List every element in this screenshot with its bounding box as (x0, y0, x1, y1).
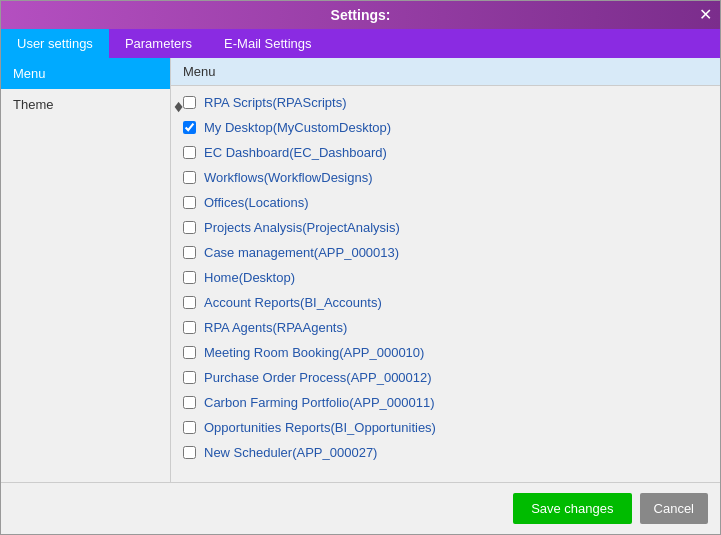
menu-item-label: Account Reports(BI_Accounts) (204, 295, 382, 310)
menu-item-label: RPA Scripts(RPAScripts) (204, 95, 347, 110)
menu-item-checkbox[interactable] (183, 321, 196, 334)
menu-item-checkbox[interactable] (183, 446, 196, 459)
list-item[interactable]: New Scheduler(APP_000027) (171, 440, 720, 465)
list-item[interactable]: Case management(APP_000013) (171, 240, 720, 265)
list-item[interactable]: Home(Desktop) (171, 265, 720, 290)
list-item[interactable]: Account Reports(BI_Accounts) (171, 290, 720, 315)
menu-item-label: New Scheduler(APP_000027) (204, 445, 377, 460)
cancel-button[interactable]: Cancel (640, 493, 708, 524)
title-bar: Settings: ✕ (1, 1, 720, 29)
list-item[interactable]: My Desktop(MyCustomDesktop) (171, 115, 720, 140)
menu-item-label: Meeting Room Booking(APP_000010) (204, 345, 424, 360)
menu-item-checkbox[interactable] (183, 121, 196, 134)
menu-item-checkbox[interactable] (183, 246, 196, 259)
menu-item-checkbox[interactable] (183, 296, 196, 309)
menu-item-label: Projects Analysis(ProjectAnalysis) (204, 220, 400, 235)
list-item[interactable]: Purchase Order Process(APP_000012) (171, 365, 720, 390)
list-item[interactable]: EC Dashboard(EC_Dashboard) (171, 140, 720, 165)
menu-item-checkbox[interactable] (183, 396, 196, 409)
tab-parameters[interactable]: Parameters (109, 29, 208, 58)
close-button[interactable]: ✕ (699, 7, 712, 23)
list-item[interactable]: RPA Agents(RPAAgents) (171, 315, 720, 340)
sidebar: Menu Theme ⬧ (1, 58, 171, 482)
menu-item-label: Home(Desktop) (204, 270, 295, 285)
menu-item-checkbox[interactable] (183, 421, 196, 434)
menu-section-header: Menu (171, 58, 720, 86)
menu-item-checkbox[interactable] (183, 346, 196, 359)
dialog-title: Settings: (331, 7, 391, 23)
save-changes-button[interactable]: Save changes (513, 493, 631, 524)
sidebar-item-menu[interactable]: Menu (1, 58, 170, 89)
list-item[interactable]: Workflows(WorkflowDesigns) (171, 165, 720, 190)
list-item[interactable]: Opportunities Reports(BI_Opportunities) (171, 415, 720, 440)
main-panel: Menu RPA Scripts(RPAScripts)My Desktop(M… (171, 58, 720, 482)
menu-item-label: Offices(Locations) (204, 195, 309, 210)
menu-item-checkbox[interactable] (183, 271, 196, 284)
list-item[interactable]: Meeting Room Booking(APP_000010) (171, 340, 720, 365)
menu-item-checkbox[interactable] (183, 221, 196, 234)
menu-item-label: My Desktop(MyCustomDesktop) (204, 120, 391, 135)
settings-dialog: Settings: ✕ User settings Parameters E-M… (0, 0, 721, 535)
menu-item-label: Opportunities Reports(BI_Opportunities) (204, 420, 436, 435)
sidebar-item-theme[interactable]: Theme ⬧ (1, 89, 170, 120)
list-item[interactable]: RPA Scripts(RPAScripts) (171, 90, 720, 115)
menu-item-checkbox[interactable] (183, 146, 196, 159)
menu-item-label: Workflows(WorkflowDesigns) (204, 170, 373, 185)
menu-item-label: Carbon Farming Portfolio(APP_000011) (204, 395, 435, 410)
list-item[interactable]: Carbon Farming Portfolio(APP_000011) (171, 390, 720, 415)
menu-item-label: Purchase Order Process(APP_000012) (204, 370, 432, 385)
tab-user-settings[interactable]: User settings (1, 29, 109, 58)
menu-list: RPA Scripts(RPAScripts)My Desktop(MyCust… (171, 86, 720, 482)
menu-item-checkbox[interactable] (183, 196, 196, 209)
content-area: Menu Theme ⬧ Menu RPA Scripts(RPAScripts… (1, 58, 720, 482)
menu-item-checkbox[interactable] (183, 96, 196, 109)
menu-item-checkbox[interactable] (183, 371, 196, 384)
menu-item-label: EC Dashboard(EC_Dashboard) (204, 145, 387, 160)
menu-item-label: RPA Agents(RPAAgents) (204, 320, 347, 335)
tab-email-settings[interactable]: E-Mail Settings (208, 29, 327, 58)
menu-item-checkbox[interactable] (183, 171, 196, 184)
tab-bar: User settings Parameters E-Mail Settings (1, 29, 720, 58)
list-item[interactable]: Projects Analysis(ProjectAnalysis) (171, 215, 720, 240)
list-item[interactable]: Offices(Locations) (171, 190, 720, 215)
menu-item-label: Case management(APP_000013) (204, 245, 399, 260)
footer: Save changes Cancel (1, 482, 720, 534)
